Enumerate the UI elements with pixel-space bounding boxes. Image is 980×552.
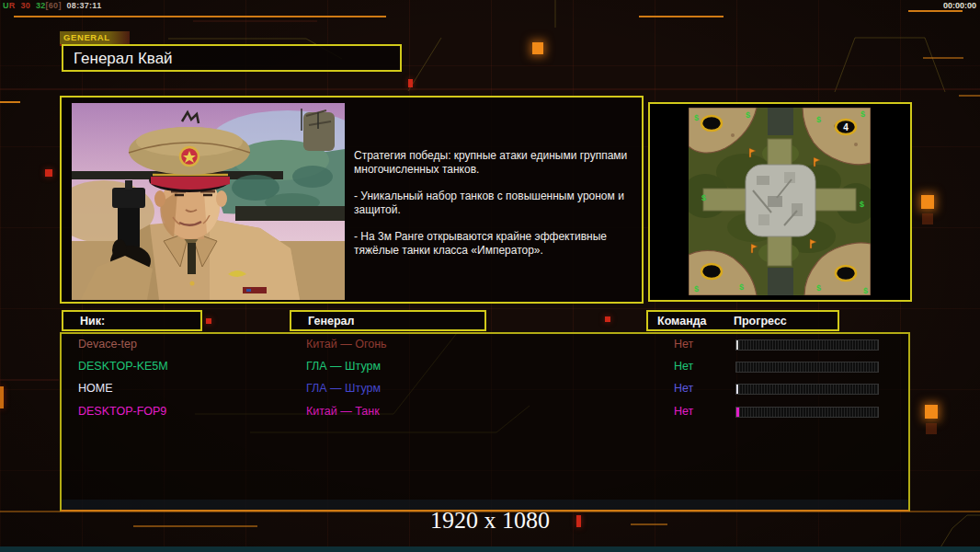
supply-money-icon: $ — [694, 284, 699, 293]
description-line: - Уникальный набор танков с повышенным у… — [354, 190, 644, 217]
fps-average: 32 — [36, 1, 46, 10]
general-description: Стратегия победы: крупные атаки едиными … — [354, 149, 644, 270]
supply-money-icon: $ — [746, 110, 750, 120]
supply-money-icon: $ — [816, 283, 821, 293]
player-nick: HOME — [78, 382, 113, 395]
supply-money-icon: $ — [860, 200, 864, 209]
glow-node — [532, 42, 543, 54]
map-preview-panel: 4 $ $ $ $ $ $ $ $ $ $ — [648, 102, 912, 302]
progress-fill — [736, 385, 738, 394]
game-loading-screen: { "hud": { "indicator_1": "U", "indicato… — [0, 0, 980, 552]
player-team: Нет — [674, 405, 693, 418]
red-node — [605, 316, 610, 322]
player-nick: DESKTOP-KE5M — [78, 360, 168, 373]
fps-cap: [60] — [46, 1, 62, 10]
top-rule-line — [14, 16, 386, 17]
glow-node-reflection — [922, 213, 933, 224]
progress-bar — [735, 339, 879, 351]
glow-node — [921, 195, 934, 209]
general-portrait-image — [72, 103, 345, 300]
player-general: ГЛА — Штурм — [306, 382, 381, 395]
progress-fill — [736, 340, 738, 350]
net-indicator-r: R — [9, 1, 16, 10]
header-team: Команда — [657, 312, 707, 331]
player-team: Нет — [674, 360, 693, 373]
description-line: Стратегия победы: крупные атаки едиными … — [354, 149, 644, 177]
red-node — [206, 318, 211, 324]
gentool-overlay: UR 30 32[60] 08:37:11 — [3, 1, 104, 10]
supply-money-icon: $ — [860, 109, 865, 119]
progress-bar — [735, 362, 879, 373]
spawn-number-label: 4 — [843, 122, 849, 132]
player-row: DESKTOP-KE5M ГЛА — Штурм Нет — [0, 360, 980, 376]
player-general: ГЛА — Штурм — [306, 360, 381, 373]
progress-bar — [735, 384, 879, 395]
supply-money-icon: $ — [694, 113, 699, 122]
supply-money-icon: $ — [816, 115, 821, 124]
edge-dash — [959, 95, 980, 97]
header-nick: Ник: — [62, 310, 202, 331]
player-nick: DESKTOP-FOP9 — [78, 405, 166, 418]
red-node — [45, 169, 52, 177]
fps-value: 30 — [20, 1, 30, 10]
player-row: HOME ГЛА — Штурм Нет — [0, 382, 980, 398]
player-row: DESKTOP-FOP9 Китай — Танк Нет — [0, 405, 980, 421]
supply-money-icon: $ — [701, 193, 706, 202]
red-node — [408, 79, 413, 87]
progress-bar — [735, 407, 879, 418]
supply-money-icon: $ — [739, 282, 744, 292]
clock: 08:37:11 — [67, 1, 102, 10]
net-indicator-u: U — [3, 1, 9, 10]
header-progress: Прогресс — [734, 312, 787, 331]
player-general: Китай — Танк — [306, 405, 380, 418]
header-general: Генерал — [290, 310, 486, 331]
supply-money-icon: $ — [863, 286, 868, 295]
player-nick: Devace-tep — [78, 338, 137, 351]
header-team-progress: Команда Прогресс — [646, 310, 839, 331]
bottom-edge-strip — [0, 546, 980, 552]
edge-dash — [923, 57, 963, 59]
progress-fill — [736, 408, 739, 417]
description-line: - На 3м Ранге открываются крайне эффекти… — [354, 230, 644, 258]
player-row: Devace-tep Китай — Огонь Нет — [0, 338, 980, 354]
top-rule-line — [639, 16, 724, 17]
glow-node-reflection — [926, 423, 937, 434]
player-team: Нет — [674, 382, 693, 395]
player-general: Китай — Огонь — [306, 338, 387, 351]
top-rule-line — [908, 10, 963, 12]
edge-dash — [0, 101, 20, 103]
player-team: Нет — [674, 338, 693, 351]
central-plaza — [746, 165, 815, 236]
general-title: Генерал Квай — [62, 44, 402, 72]
map-preview-image: 4 $ $ $ $ $ $ $ $ $ $ — [689, 108, 871, 295]
match-timer: 00:00:00 — [943, 1, 976, 10]
resolution-overlay: 1920 x 1080 — [0, 507, 980, 535]
